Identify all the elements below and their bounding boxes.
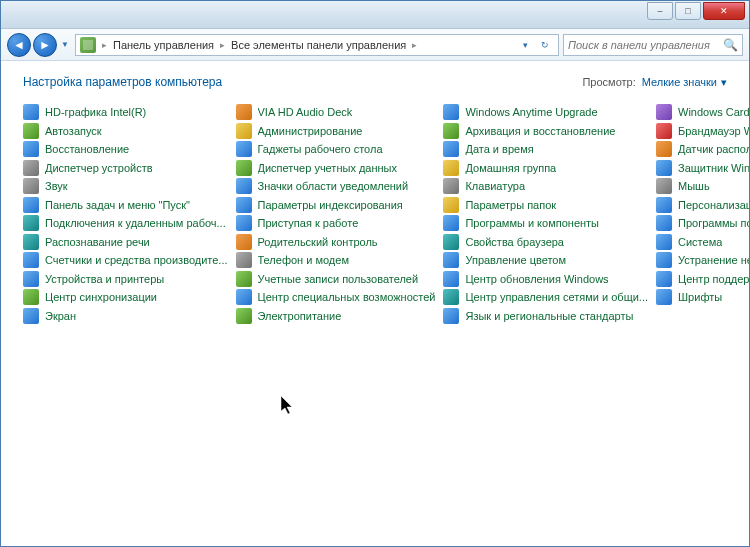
cp-item[interactable]: Восстановление bbox=[19, 140, 232, 159]
item-label: Значки области уведомлений bbox=[258, 180, 409, 192]
cp-item[interactable]: Распознавание речи bbox=[19, 233, 232, 252]
item-icon bbox=[443, 160, 459, 176]
search-bar[interactable]: 🔍 bbox=[563, 34, 743, 56]
cp-item[interactable]: Центр обновления Windows bbox=[439, 270, 652, 289]
cp-item[interactable]: Язык и региональные стандарты bbox=[439, 307, 652, 326]
maximize-button[interactable]: □ bbox=[675, 2, 701, 20]
item-label: Свойства браузера bbox=[465, 236, 564, 248]
view-label: Просмотр: bbox=[582, 76, 635, 88]
item-label: Гаджеты рабочего стола bbox=[258, 143, 383, 155]
item-label: Центр обновления Windows bbox=[465, 273, 608, 285]
breadcrumb-0[interactable]: Панель управления bbox=[113, 39, 214, 51]
cp-item[interactable]: Экран bbox=[19, 307, 232, 326]
cp-item[interactable]: Центр специальных возможностей bbox=[232, 288, 440, 307]
item-label: Диспетчер учетных данных bbox=[258, 162, 398, 174]
cp-item[interactable]: Персонализация bbox=[652, 196, 750, 215]
cp-item[interactable]: Счетчики и средства производите... bbox=[19, 251, 232, 270]
item-icon bbox=[236, 252, 252, 268]
crumb-separator: ▸ bbox=[102, 40, 107, 50]
item-icon bbox=[236, 271, 252, 287]
history-dropdown[interactable]: ▼ bbox=[59, 35, 71, 55]
item-label: Клавиатура bbox=[465, 180, 525, 192]
item-label: VIA HD Audio Deck bbox=[258, 106, 353, 118]
cp-item[interactable]: Шрифты bbox=[652, 288, 750, 307]
item-icon bbox=[23, 160, 39, 176]
cp-item[interactable]: Программы и компоненты bbox=[439, 214, 652, 233]
cp-item[interactable]: VIA HD Audio Deck bbox=[232, 103, 440, 122]
cp-item[interactable]: Устройства и принтеры bbox=[19, 270, 232, 289]
view-dropdown[interactable]: Мелкие значки ▾ bbox=[642, 76, 727, 89]
cp-item[interactable]: Значки области уведомлений bbox=[232, 177, 440, 196]
cp-item[interactable]: Центр синхронизации bbox=[19, 288, 232, 307]
cp-item[interactable]: Windows CardSpace bbox=[652, 103, 750, 122]
item-icon bbox=[656, 104, 672, 120]
cp-item[interactable]: Датчик расположения и другие дат... bbox=[652, 140, 750, 159]
item-icon bbox=[656, 234, 672, 250]
item-label: HD-графика Intel(R) bbox=[45, 106, 146, 118]
search-input[interactable] bbox=[568, 39, 723, 51]
item-label: Восстановление bbox=[45, 143, 129, 155]
item-label: Windows CardSpace bbox=[678, 106, 750, 118]
item-icon bbox=[656, 178, 672, 194]
cp-item[interactable]: Учетные записи пользователей bbox=[232, 270, 440, 289]
cp-item[interactable]: Телефон и модем bbox=[232, 251, 440, 270]
cp-item[interactable]: Управление цветом bbox=[439, 251, 652, 270]
view-selector: Просмотр: Мелкие значки ▾ bbox=[582, 76, 727, 89]
item-icon bbox=[236, 215, 252, 231]
window-controls: – □ ✕ bbox=[647, 2, 745, 20]
cp-item[interactable]: Диспетчер устройств bbox=[19, 159, 232, 178]
cp-item[interactable]: Панель задач и меню "Пуск" bbox=[19, 196, 232, 215]
item-icon bbox=[656, 252, 672, 268]
close-button[interactable]: ✕ bbox=[703, 2, 745, 20]
cp-item[interactable]: Система bbox=[652, 233, 750, 252]
cp-item[interactable]: Параметры папок bbox=[439, 196, 652, 215]
cp-item[interactable]: Центр поддержки bbox=[652, 270, 750, 289]
cp-item[interactable]: Диспетчер учетных данных bbox=[232, 159, 440, 178]
cp-item[interactable]: Архивация и восстановление bbox=[439, 122, 652, 141]
cp-item[interactable]: Гаджеты рабочего стола bbox=[232, 140, 440, 159]
cp-item[interactable]: Защитник Windows bbox=[652, 159, 750, 178]
cp-item[interactable]: Автозапуск bbox=[19, 122, 232, 141]
item-icon bbox=[236, 160, 252, 176]
address-bar[interactable]: ▸ Панель управления ▸ Все элементы панел… bbox=[75, 34, 559, 56]
item-label: Устранение неполадок bbox=[678, 254, 750, 266]
cp-item[interactable]: Свойства браузера bbox=[439, 233, 652, 252]
cp-item[interactable]: Родительский контроль bbox=[232, 233, 440, 252]
refresh-button[interactable]: ↻ bbox=[536, 36, 554, 54]
item-icon bbox=[443, 123, 459, 139]
cp-item[interactable]: Подключения к удаленным рабоч... bbox=[19, 214, 232, 233]
back-button[interactable]: ◄ bbox=[7, 33, 31, 57]
cp-item[interactable]: Windows Anytime Upgrade bbox=[439, 103, 652, 122]
item-icon bbox=[23, 178, 39, 194]
cp-item[interactable]: Домашняя группа bbox=[439, 159, 652, 178]
cp-item[interactable]: Мышь bbox=[652, 177, 750, 196]
cp-item[interactable]: Электропитание bbox=[232, 307, 440, 326]
cp-item[interactable]: Дата и время bbox=[439, 140, 652, 159]
cp-item[interactable]: HD-графика Intel(R) bbox=[19, 103, 232, 122]
item-label: Домашняя группа bbox=[465, 162, 556, 174]
item-icon bbox=[443, 289, 459, 305]
cp-item[interactable]: Звук bbox=[19, 177, 232, 196]
item-icon bbox=[23, 215, 39, 231]
cp-item[interactable]: Параметры индексирования bbox=[232, 196, 440, 215]
item-icon bbox=[656, 271, 672, 287]
item-label: Параметры индексирования bbox=[258, 199, 403, 211]
cp-item[interactable]: Центр управления сетями и общи... bbox=[439, 288, 652, 307]
item-icon bbox=[23, 308, 39, 324]
forward-button[interactable]: ► bbox=[33, 33, 57, 57]
breadcrumb-1[interactable]: Все элементы панели управления bbox=[231, 39, 406, 51]
cp-item[interactable]: Брандмауэр Windows bbox=[652, 122, 750, 141]
item-label: Параметры папок bbox=[465, 199, 556, 211]
item-icon bbox=[443, 141, 459, 157]
item-label: Брандмауэр Windows bbox=[678, 125, 750, 137]
address-dropdown[interactable]: ▾ bbox=[516, 36, 534, 54]
cp-item[interactable]: Администрирование bbox=[232, 122, 440, 141]
minimize-button[interactable]: – bbox=[647, 2, 673, 20]
cp-item[interactable]: Устранение неполадок bbox=[652, 251, 750, 270]
item-label: Система bbox=[678, 236, 722, 248]
cp-item[interactable]: Клавиатура bbox=[439, 177, 652, 196]
item-label: Автозапуск bbox=[45, 125, 102, 137]
cp-item[interactable]: Программы по умолчанию bbox=[652, 214, 750, 233]
item-icon bbox=[443, 197, 459, 213]
cp-item[interactable]: Приступая к работе bbox=[232, 214, 440, 233]
